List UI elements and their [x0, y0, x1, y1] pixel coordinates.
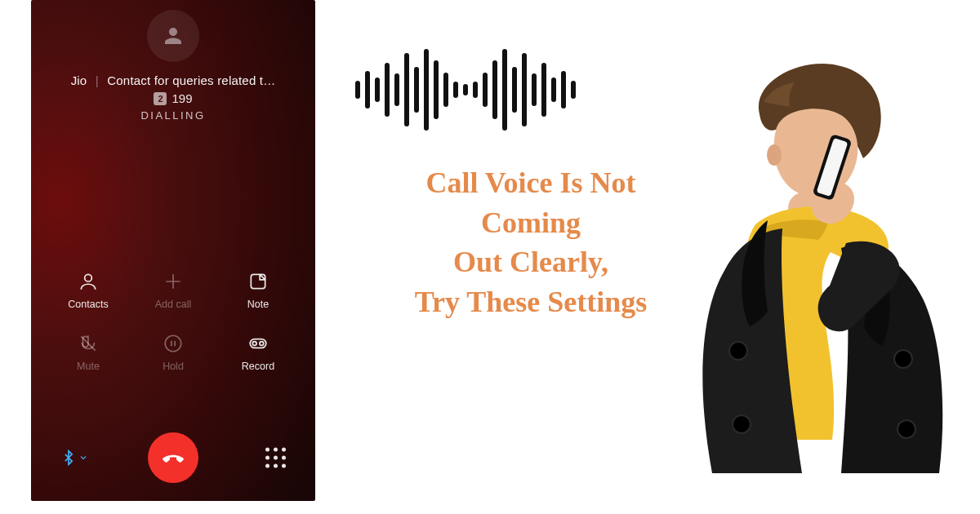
plus-icon	[163, 271, 184, 292]
svg-point-10	[894, 350, 912, 368]
dialpad-button[interactable]	[265, 448, 286, 468]
soundwave-icon	[355, 45, 576, 135]
svg-point-9	[733, 415, 751, 433]
hold-label: Hold	[163, 361, 184, 372]
contacts-button[interactable]: Contacts	[46, 269, 131, 310]
hold-button[interactable]: Hold	[131, 331, 216, 372]
man-on-phone-illustration	[645, 57, 956, 514]
record-label: Record	[242, 361, 274, 372]
svg-point-5	[260, 342, 264, 346]
note-icon	[247, 271, 269, 292]
mute-icon	[78, 333, 99, 354]
note-button[interactable]: Note	[216, 269, 301, 310]
mute-label: Mute	[77, 361, 100, 372]
person-icon	[161, 24, 185, 48]
contacts-icon	[78, 271, 99, 292]
contact-avatar	[147, 10, 199, 62]
carrier-name: Jio	[71, 73, 87, 87]
add-call-label: Add call	[155, 299, 191, 310]
record-button[interactable]: Record	[216, 331, 301, 372]
mute-button[interactable]: Mute	[46, 331, 131, 372]
call-actions-grid: Contacts Add call Note Mute Hold Record	[31, 269, 315, 372]
svg-point-7	[767, 144, 782, 166]
add-call-button[interactable]: Add call	[131, 269, 216, 310]
svg-point-0	[85, 274, 92, 281]
separator: |	[96, 73, 99, 87]
contacts-label: Contacts	[68, 299, 108, 310]
svg-point-4	[252, 342, 256, 346]
end-call-button[interactable]	[148, 432, 198, 483]
call-status: DIALLING	[31, 109, 315, 122]
svg-point-8	[729, 342, 747, 360]
svg-point-11	[898, 420, 915, 438]
bluetooth-icon	[60, 450, 77, 466]
carrier-contact-line: Jio | Contact for queries related t…	[31, 73, 315, 87]
svg-rect-1	[251, 274, 265, 288]
contact-description: Contact for queries related t…	[107, 73, 275, 87]
record-icon	[247, 333, 269, 354]
phone-call-screen: Jio | Contact for queries related t… 2 1…	[31, 0, 315, 501]
svg-point-2	[165, 335, 181, 352]
note-label: Note	[247, 299, 269, 310]
number-line: 2 199	[31, 91, 315, 105]
sim-slot-badge: 2	[154, 92, 167, 105]
bluetooth-audio-button[interactable]	[60, 450, 88, 466]
hold-icon	[163, 333, 184, 354]
phone-number: 199	[172, 91, 192, 105]
bottom-bar	[31, 429, 315, 486]
end-call-icon	[161, 445, 185, 470]
chevron-down-icon	[78, 453, 88, 463]
